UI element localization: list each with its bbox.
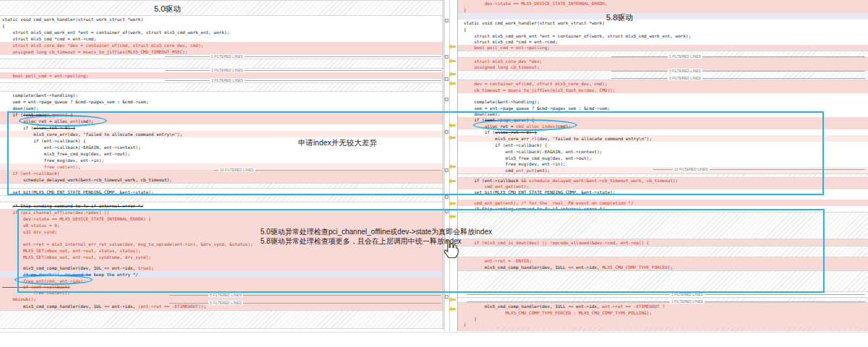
code-line[interactable]: struct mlx5_cmd_work_ent *ent = containe… bbox=[0, 29, 443, 35]
code-line[interactable]: mlx5_free_cmd_msg(dev, ent->out); bbox=[0, 150, 443, 157]
code-line[interactable]: if (alloc_ret < 0) { bbox=[458, 129, 868, 135]
code-segment bbox=[2, 164, 44, 169]
code-line[interactable]: MLX5_SET(mbox_out, ent->out, syndrome, d… bbox=[0, 254, 443, 260]
code-segment: MLX5_CMD_COMP_TYPE_FORCED : MLX5_CMD_COM… bbox=[464, 310, 652, 315]
code-line[interactable]: } bbox=[458, 7, 868, 13]
code-line[interactable]: schedule_delayed_work(&ent->cb_timeout_w… bbox=[0, 176, 443, 183]
code-line[interactable]: sem = ent->page_queue ? &cmd->pages_sem … bbox=[0, 98, 443, 105]
code-line[interactable]: mlx5_cmd_comp_handler(dev, 1UL << ent->i… bbox=[0, 303, 443, 310]
code-line[interactable]: free_ent(cmd, ent->idx); bbox=[0, 278, 443, 284]
pane-divider[interactable] bbox=[444, 0, 445, 331]
code-line[interactable]: MLX5_SET(mbox_out, ent->out, status, sta… bbox=[0, 247, 443, 254]
code-line[interactable]: struct mlx5_cmd *cmd = ent->cmd; bbox=[458, 39, 868, 45]
code-line[interactable]: unsigned long cb_timeout = msecs_to_jiff… bbox=[0, 48, 443, 55]
code-line[interactable]: u32 drv_synd; bbox=[0, 228, 443, 235]
section-expander-icon[interactable] bbox=[445, 19, 448, 22]
code-line[interactable]: if (!ent->page_queue) { bbox=[0, 111, 443, 118]
code-line[interactable]: cmd_ent_get(ent); bbox=[458, 184, 868, 189]
code-line[interactable]: complete(&ent->handling); bbox=[0, 92, 443, 98]
code-line[interactable]: ent->ret = -ENXIO; bbox=[458, 257, 868, 264]
code-line[interactable]: bool poll_cmd = ent->polling; bbox=[0, 72, 443, 79]
code-line[interactable]: mlx5_free_cmd_msg(dev, ent->out); bbox=[458, 155, 868, 161]
window-bottom-border bbox=[0, 332, 868, 333]
code-line[interactable]: if (pci_channel_offline(dev->pdev) || bbox=[0, 209, 443, 215]
section-expander-icon[interactable] bbox=[445, 77, 448, 81]
code-line[interactable]: } bbox=[458, 316, 868, 322]
code-line[interactable]: struct mlx5_core_dev *dev = container_of… bbox=[0, 42, 443, 48]
code-line[interactable]: cmd_ent_get(ent); /* for the _real_ FW e… bbox=[458, 200, 868, 206]
code-segment: (ent->ret == -ETIMEDOUT)) bbox=[138, 304, 203, 309]
code-line[interactable]: mlx5_core_err_rl(dev, "failed to allocat… bbox=[458, 135, 868, 142]
code-line[interactable]: mlx5_core_err(dev, "failed to allocate c… bbox=[0, 131, 443, 137]
code-segment: down(sem); bbox=[464, 111, 501, 116]
code-line[interactable]: u8 status = 0; bbox=[0, 222, 443, 228]
code-line[interactable]: struct mlx5_cmd *cmd = ent->cmd; bbox=[0, 35, 443, 42]
code-line[interactable]: if (ent->callback) { bbox=[0, 137, 443, 144]
code-line[interactable]: if (alloc_ret < 0) { bbox=[0, 124, 443, 131]
code-line[interactable]: alloc_ret = alloc_ent(cmd); bbox=[0, 118, 443, 124]
code-line[interactable]: ent->callback(-EAGAIN, ent->context); bbox=[458, 148, 868, 155]
code-line[interactable]: bool poll_cmd = ent->polling; bbox=[458, 45, 868, 51]
code-line[interactable]: if (mlx5_cmd_is_down(dev) || !opcode_all… bbox=[458, 239, 868, 246]
code-segment: u8 status = 0; bbox=[2, 223, 59, 228]
code-line[interactable]: static void cmd_work_handler(struct work… bbox=[458, 20, 868, 26]
code-line[interactable]: { bbox=[458, 26, 868, 33]
code-line[interactable]: free_cmd(ent); bbox=[0, 290, 443, 295]
code-line[interactable]: struct mlx5_core_dev *dev; bbox=[458, 58, 868, 64]
code-line[interactable]: /* no doorbell, no need to keep the entr… bbox=[0, 271, 443, 278]
code-segment: keep the entry */ bbox=[91, 272, 138, 277]
code-line[interactable]: } bbox=[458, 322, 868, 327]
code-line[interactable]: MLX5_CMD_COMP_TYPE_FORCED : MLX5_CMD_COM… bbox=[458, 309, 868, 316]
code-line[interactable]: dev = container_of(cmd, struct mlx5_core… bbox=[458, 80, 868, 87]
code-line[interactable]: free_cmd(ent); bbox=[0, 163, 443, 170]
code-segment: struct mlx5_cmd_work_ent *ent = containe… bbox=[2, 30, 229, 35]
section-expander-icon[interactable] bbox=[445, 295, 448, 299]
code-line[interactable]: set_bit(MLX5_CMD_ENT_STATE_PENDING_COMP,… bbox=[458, 189, 868, 195]
code-line[interactable]: if (ent->callback && schedule_delayed_wo… bbox=[458, 178, 868, 184]
code-line[interactable]: free_msg(dev, ent->in); bbox=[458, 161, 868, 167]
code-line[interactable]: down(sem); bbox=[458, 111, 868, 117]
spacer-row bbox=[458, 51, 868, 58]
code-line[interactable]: /* Skip sending command to fw if interna… bbox=[0, 202, 443, 209]
section-expander-icon[interactable] bbox=[445, 98, 448, 101]
code-segment: ent bbox=[70, 119, 78, 124]
code-line[interactable]: if (ent->callback) bbox=[0, 170, 443, 176]
code-segment: static void cmd_work_handler(struct work… bbox=[464, 20, 605, 25]
code-segment: ent->ret = -ENXIO; bbox=[464, 258, 532, 263]
right-pane[interactable]: dev->state == MLX5_DEVICE_STATE_INTERNAL… bbox=[457, 0, 868, 331]
code-line[interactable]: unsigned long cb_timeout; bbox=[458, 64, 868, 70]
code-line[interactable]: cb_timeout = msecs_to_jiffies(mlx5_tout_… bbox=[458, 87, 868, 93]
code-line[interactable]: if (ent->callback) { bbox=[458, 142, 868, 148]
code-segment: schedule_delayed_work(&ent->cb_timeout_w… bbox=[2, 177, 169, 182]
code-line[interactable]: ent->ret = mlx5_internal_err_ret_value(d… bbox=[0, 241, 443, 247]
section-expander-icon[interactable] bbox=[445, 168, 448, 172]
code-line[interactable]: mlx5_cmd_comp_handler(dev, 1ULL << ent->… bbox=[458, 303, 868, 309]
code-line[interactable]: ent->callback(-EAGAIN, ent->context); bbox=[0, 144, 443, 150]
code-line[interactable]: mlx5_cmd_comp_handler(dev, 1ULL << ent->… bbox=[458, 264, 868, 270]
code-line[interactable]: free_msg(dev, ent->in); bbox=[0, 157, 443, 163]
code-line[interactable]: if (ent->callback) bbox=[0, 284, 443, 290]
code-line[interactable]: alloc_ret = cmd_alloc_index(cmd); bbox=[458, 123, 868, 129]
code-line[interactable]: if (!ent->page_queue) { bbox=[458, 117, 868, 123]
section-expander-icon[interactable] bbox=[445, 130, 448, 134]
left-pane[interactable]: static void cmd_work_handler(struct work… bbox=[0, 0, 443, 329]
code-segment: set_bit(MLX5_CMD_ENT_STATE_PENDING_COMP,… bbox=[464, 189, 616, 194]
code-line[interactable]: mmiowb(); bbox=[0, 295, 443, 303]
code-line[interactable]: struct mlx5_cmd_work_ent *ent = containe… bbox=[458, 33, 868, 39]
code-line[interactable]: /* Skip sending command to fw if interna… bbox=[458, 206, 868, 212]
code-line[interactable]: { bbox=[0, 22, 443, 29]
code-line[interactable]: dev->state == MLX5_DEVICE_STATE_INTERNAL… bbox=[458, 0, 868, 7]
code-line[interactable]: complete(&ent->handling); bbox=[458, 98, 868, 105]
code-line[interactable]: sem = ent->page_queue ? &cmd->pages_sem … bbox=[458, 105, 868, 111]
code-line[interactable]: static void cmd_work_handler(struct work… bbox=[0, 16, 443, 22]
section-expander-icon[interactable] bbox=[445, 210, 448, 213]
section-expander-icon[interactable] bbox=[445, 195, 448, 199]
code-line[interactable]: set_bit(MLX5_CMD_ENT_STATE_PENDING_COMP,… bbox=[0, 189, 443, 195]
code-segment: mmiowb(); bbox=[2, 296, 36, 301]
code-segment bbox=[464, 206, 474, 211]
code-line[interactable]: mlx5_cmd_comp_handler(dev, 1UL << ent->i… bbox=[0, 265, 443, 271]
code-line[interactable]: cmd_ent_put(ent); bbox=[458, 167, 868, 174]
code-line[interactable]: down(sem); bbox=[0, 105, 443, 111]
code-line[interactable]: dev->state == MLX5_DEVICE_STATE_INTERNAL… bbox=[0, 215, 443, 222]
section-expander-icon[interactable] bbox=[445, 55, 448, 59]
